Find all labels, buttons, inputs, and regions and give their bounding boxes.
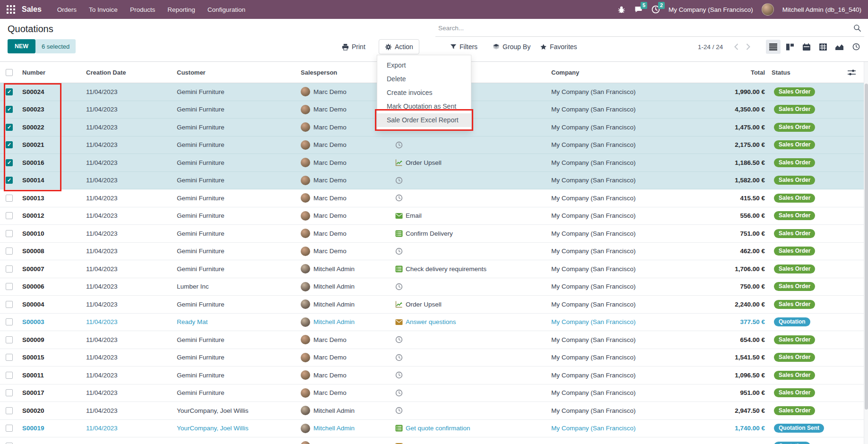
row-checkbox[interactable] xyxy=(6,141,13,148)
row-checkbox[interactable] xyxy=(6,354,13,361)
row-checkbox[interactable] xyxy=(6,124,13,131)
activity-label[interactable]: Confirm Delivery xyxy=(406,230,453,237)
clock-icon[interactable] xyxy=(395,283,403,290)
table-row[interactable]: S00014 11/04/2023 Gemini Furniture Marc … xyxy=(0,172,868,190)
clock-icon[interactable] xyxy=(395,177,403,184)
messages-icon[interactable]: 5 xyxy=(634,5,643,14)
menu-export[interactable]: Export xyxy=(377,59,471,72)
tasks-icon[interactable] xyxy=(395,230,403,237)
pager-next-icon[interactable] xyxy=(746,43,751,50)
user-menu[interactable]: Mitchell Admin (db_16_540) xyxy=(782,6,861,13)
menu-to-invoice[interactable]: To Invoice xyxy=(83,0,124,19)
group-by-button[interactable]: Group By xyxy=(493,39,530,54)
envelope-green-icon[interactable] xyxy=(395,213,403,219)
row-checkbox[interactable] xyxy=(6,159,13,166)
favorites-button[interactable]: Favorites xyxy=(540,39,577,54)
clock-icon[interactable] xyxy=(395,194,403,202)
header-company[interactable]: Company xyxy=(548,69,704,76)
activity-label[interactable]: Get quote confirmation xyxy=(406,425,470,432)
scrollbar-thumb[interactable] xyxy=(865,84,868,410)
action-button[interactable]: Action xyxy=(379,39,419,54)
app-name[interactable]: Sales xyxy=(22,5,42,14)
row-checkbox[interactable] xyxy=(6,106,13,113)
table-row[interactable]: S00009 11/04/2023 Gemini Furniture Marc … xyxy=(0,331,868,349)
clock-icon[interactable] xyxy=(395,371,403,379)
tasks-icon[interactable] xyxy=(395,265,403,273)
graph-view-icon[interactable] xyxy=(832,40,847,54)
activity-label[interactable]: Email xyxy=(406,212,422,219)
row-checkbox[interactable] xyxy=(6,336,13,343)
filters-button[interactable]: Filters xyxy=(450,39,477,54)
table-row[interactable]: S00004 11/04/2023 Gemini Furniture Mitch… xyxy=(0,296,868,314)
clock-icon[interactable] xyxy=(395,389,403,397)
debug-bug-icon[interactable] xyxy=(617,6,625,14)
row-checkbox[interactable] xyxy=(6,177,13,184)
table-row[interactable]: S00006 11/04/2023 Lumber Inc Mitchell Ad… xyxy=(0,278,868,296)
menu-sale-order-excel-report[interactable]: Sale Order Excel Report xyxy=(377,113,471,127)
row-checkbox[interactable] xyxy=(6,425,13,432)
activity-label[interactable]: Order Upsell xyxy=(406,301,442,308)
row-checkbox[interactable] xyxy=(6,248,13,255)
row-checkbox[interactable] xyxy=(6,389,13,396)
row-checkbox[interactable] xyxy=(6,195,13,202)
row-checkbox[interactable] xyxy=(6,301,13,308)
chart-icon[interactable] xyxy=(395,159,403,166)
row-checkbox[interactable] xyxy=(6,88,13,95)
row-checkbox[interactable] xyxy=(6,283,13,290)
table-row[interactable]: S00013 11/04/2023 Gemini Furniture Marc … xyxy=(0,189,868,207)
row-checkbox[interactable] xyxy=(6,407,13,414)
header-total[interactable]: Total xyxy=(704,69,766,76)
clock-icon[interactable] xyxy=(395,336,403,343)
table-row[interactable]: S00003 11/04/2023 Ready Mat Mitchell Adm… xyxy=(0,314,868,332)
header-status[interactable]: Status xyxy=(766,69,837,76)
table-row[interactable]: S00015 11/04/2023 Gemini Furniture Marc … xyxy=(0,349,868,367)
table-row[interactable]: S00016 11/04/2023 Gemini Furniture Marc … xyxy=(0,154,868,172)
table-row[interactable]: S00020 11/04/2023 YourCompany, Joel Will… xyxy=(0,402,868,420)
menu-create-invoices[interactable]: Create invoices xyxy=(377,86,471,100)
envelope-orange-icon[interactable] xyxy=(395,319,403,325)
table-row[interactable]: S00019 11/04/2023 YourCompany, Joel Will… xyxy=(0,420,868,438)
row-checkbox[interactable] xyxy=(6,230,13,237)
chart-icon[interactable] xyxy=(395,300,403,308)
search-bar[interactable]: Search... xyxy=(435,20,864,37)
search-input[interactable]: Search... xyxy=(438,25,464,32)
tasks-icon[interactable] xyxy=(395,425,403,432)
row-checkbox[interactable] xyxy=(6,372,13,379)
clock-icon[interactable] xyxy=(395,248,403,255)
table-row[interactable]: S00010 11/04/2023 Gemini Furniture Marc … xyxy=(0,225,868,243)
optional-columns-icon[interactable] xyxy=(848,69,856,76)
table-row[interactable]: S00021 11/04/2023 Gemini Furniture Marc … xyxy=(0,137,868,154)
activity-label[interactable]: Check delivery requirements xyxy=(406,265,486,273)
clock-icon[interactable] xyxy=(395,141,403,149)
calendar-view-icon[interactable] xyxy=(799,40,814,54)
header-creation-date[interactable]: Creation Date xyxy=(83,69,174,76)
apps-menu-icon[interactable] xyxy=(7,5,15,14)
pager-previous-icon[interactable] xyxy=(734,43,739,50)
menu-reporting[interactable]: Reporting xyxy=(161,0,201,19)
activity-label[interactable]: Order Upsell xyxy=(406,159,442,166)
vertical-scrollbar[interactable] xyxy=(864,62,868,444)
activity-view-icon[interactable] xyxy=(849,40,863,54)
kanban-view-icon[interactable] xyxy=(782,40,797,54)
clock-icon[interactable] xyxy=(395,354,403,361)
user-avatar[interactable] xyxy=(762,3,774,16)
header-customer[interactable]: Customer xyxy=(174,69,297,76)
list-view-icon[interactable] xyxy=(766,40,781,54)
activity-label[interactable]: Answer questions xyxy=(406,318,456,325)
print-button[interactable]: Print xyxy=(342,39,365,54)
menu-products[interactable]: Products xyxy=(124,0,161,19)
menu-configuration[interactable]: Configuration xyxy=(201,0,252,19)
table-row[interactable]: S00007 11/04/2023 Gemini Furniture Mitch… xyxy=(0,260,868,278)
table-row[interactable]: S00005 11/04/2023 Deco Addict Marc Demo … xyxy=(0,437,868,444)
company-switcher[interactable]: My Company (San Francisco) xyxy=(668,6,753,13)
clock-icon[interactable] xyxy=(395,407,403,414)
select-all-checkbox[interactable] xyxy=(6,69,13,76)
menu-mark-quotation-as-sent[interactable]: Mark Quotation as Sent xyxy=(377,100,471,113)
table-row[interactable]: S00008 11/04/2023 Gemini Furniture Marc … xyxy=(0,243,868,261)
row-checkbox[interactable] xyxy=(6,318,13,325)
search-icon[interactable] xyxy=(853,24,861,32)
selected-count-chip[interactable]: 6 selected xyxy=(35,39,76,53)
table-row[interactable]: S00017 11/04/2023 Gemini Furniture Marc … xyxy=(0,384,868,402)
pivot-view-icon[interactable] xyxy=(816,40,830,54)
header-number[interactable]: Number xyxy=(19,69,83,76)
